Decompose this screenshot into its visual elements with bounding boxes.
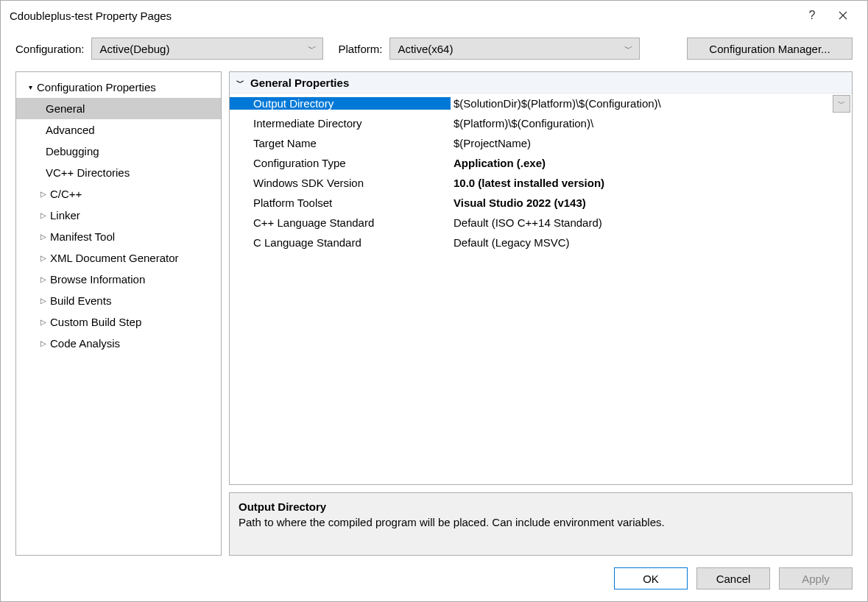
config-combo[interactable]: Active(Debug) ﹀ [91,38,323,60]
tree-item-codeanalysis[interactable]: ▷Code Analysis [16,333,221,354]
titlebar: Cdoubleplus-test Property Pages ? [1,1,867,30]
description-panel: Output Directory Path to where the compi… [229,492,853,556]
property-row[interactable]: Target Name $(ProjectName) [230,133,852,153]
property-value[interactable]: Default (Legacy MSVC) [451,236,852,249]
platform-combo[interactable]: Active(x64) ﹀ [389,38,640,60]
dialog-title: Cdoubleplus-test Property Pages [10,10,797,22]
tree-root[interactable]: ▾ Configuration Properties [16,77,221,98]
platform-value: Active(x64) [398,43,453,55]
grid-title: General Properties [250,77,349,89]
dropdown-button[interactable]: ﹀ [833,95,850,113]
expand-icon[interactable]: ▷ [37,275,50,283]
right-panel: ﹀ General Properties Output Directory $(… [229,71,853,556]
grid-header[interactable]: ﹀ General Properties [230,72,852,93]
description-text: Path to where the compiled program will … [239,516,843,528]
property-value[interactable]: Application (.exe) [451,157,852,169]
help-button[interactable]: ? [797,3,828,28]
property-name: Intermediate Directory [230,117,451,130]
ok-button[interactable]: OK [614,567,688,589]
expand-icon[interactable]: ▷ [37,297,50,305]
tree-item-manifest[interactable]: ▷Manifest Tool [16,226,221,247]
property-row[interactable]: Platform Toolset Visual Studio 2022 (v14… [230,193,852,213]
property-name: C Language Standard [230,236,451,249]
property-name: Configuration Type [230,157,451,169]
property-row[interactable]: Output Directory $(SolutionDir)$(Platfor… [230,93,852,113]
tree-item-browseinfo[interactable]: ▷Browse Information [16,269,221,290]
description-title: Output Directory [239,500,843,513]
property-row[interactable]: Configuration Type Application (.exe) [230,153,852,173]
tree-item-ccpp[interactable]: ▷C/C++ [16,183,221,205]
topbar: Configuration: Active(Debug) ﹀ Platform:… [1,30,867,71]
property-name: Windows SDK Version [230,177,451,189]
collapse-icon[interactable]: ﹀ [230,77,250,88]
tree-item-vcdirectories[interactable]: VC++ Directories [16,162,221,183]
property-grid[interactable]: ﹀ General Properties Output Directory $(… [229,71,853,485]
expand-icon[interactable]: ▷ [37,233,50,241]
collapse-icon[interactable]: ▾ [24,83,37,91]
property-name: Output Directory [230,97,451,110]
chevron-down-icon: ﹀ [308,43,317,55]
config-value: Active(Debug) [99,43,169,55]
chevron-down-icon: ﹀ [624,43,633,55]
tree-item-linker[interactable]: ▷Linker [16,205,221,226]
tree[interactable]: ▾ Configuration Properties General Advan… [15,71,222,556]
property-name: Platform Toolset [230,196,451,209]
cancel-button[interactable]: Cancel [696,567,770,589]
apply-button: Apply [779,567,853,589]
property-row[interactable]: Windows SDK Version 10.0 (latest install… [230,173,852,193]
property-row[interactable]: C++ Language Standard Default (ISO C++14… [230,213,852,233]
property-value[interactable]: $(ProjectName) [451,137,852,149]
config-label: Configuration: [15,43,84,55]
property-row[interactable]: C Language Standard Default (Legacy MSVC… [230,233,852,252]
tree-item-buildevents[interactable]: ▷Build Events [16,290,221,311]
tree-item-custombuild[interactable]: ▷Custom Build Step [16,311,221,333]
expand-icon[interactable]: ▷ [37,318,50,326]
property-value[interactable]: $(Platform)\$(Configuration)\ [451,117,852,130]
button-bar: OK Cancel Apply [1,563,867,601]
main: ▾ Configuration Properties General Advan… [1,71,867,563]
configuration-manager-button[interactable]: Configuration Manager... [687,38,853,60]
platform-label: Platform: [338,43,382,55]
close-button[interactable] [828,3,858,28]
property-value[interactable]: 10.0 (latest installed version) [451,177,852,189]
tree-item-general[interactable]: General [16,98,221,119]
dialog: Cdoubleplus-test Property Pages ? Config… [0,0,868,602]
tree-item-advanced[interactable]: Advanced [16,119,221,141]
tree-item-debugging[interactable]: Debugging [16,141,221,162]
expand-icon[interactable]: ▷ [37,254,50,262]
property-name: C++ Language Standard [230,216,451,229]
property-value[interactable]: Visual Studio 2022 (v143) [451,196,852,209]
expand-icon[interactable]: ▷ [37,190,50,198]
expand-icon[interactable]: ▷ [37,211,50,219]
property-value[interactable]: Default (ISO C++14 Standard) [451,216,852,229]
tree-root-label: Configuration Properties [37,81,156,93]
property-row[interactable]: Intermediate Directory $(Platform)\$(Con… [230,113,852,133]
property-name: Target Name [230,137,451,149]
expand-icon[interactable]: ▷ [37,339,50,347]
tree-item-xmldoc[interactable]: ▷XML Document Generator [16,247,221,269]
property-value[interactable]: $(SolutionDir)$(Platform)\$(Configuratio… [451,97,833,110]
close-icon [839,11,847,20]
